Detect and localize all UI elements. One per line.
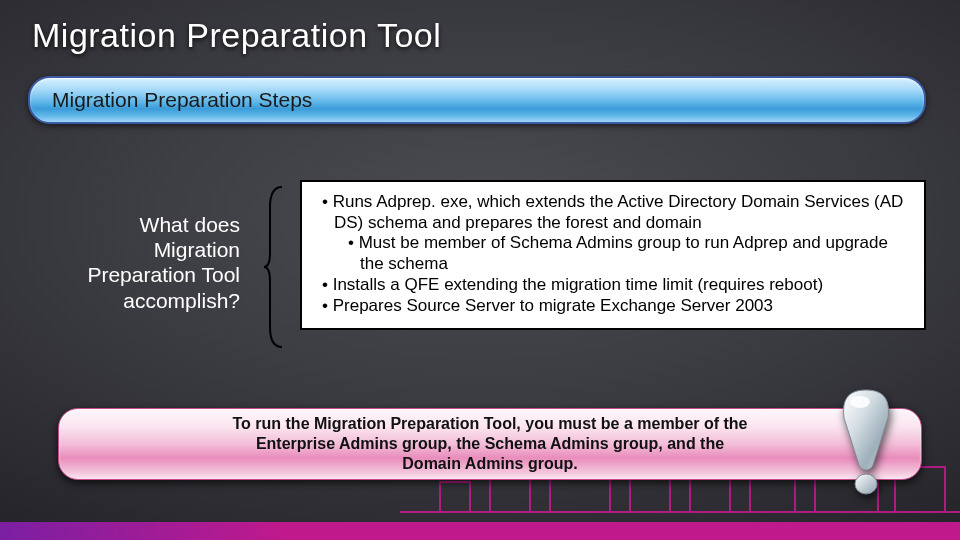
exclamation-icon xyxy=(832,388,900,496)
bottom-accent-bar xyxy=(0,522,960,540)
steps-banner: Migration Preparation Steps xyxy=(28,76,926,124)
steps-banner-text: Migration Preparation Steps xyxy=(52,88,312,112)
bullet-3: Prepares Source Server to migrate Exchan… xyxy=(316,296,910,317)
bullet-2: Installs a QFE extending the migration t… xyxy=(316,275,910,296)
bullet-1: Runs Adprep. exe, which extends the Acti… xyxy=(316,192,910,233)
svg-point-2 xyxy=(850,396,870,408)
svg-point-1 xyxy=(855,474,877,494)
note-text: To run the Migration Preparation Tool, y… xyxy=(230,414,750,474)
question-text: What does Migration Preparation Tool acc… xyxy=(60,212,240,313)
bullet-1a: Must be member of Schema Admins group to… xyxy=(316,233,910,274)
brace-icon xyxy=(262,183,286,351)
note-banner: To run the Migration Preparation Tool, y… xyxy=(58,408,922,480)
bullets-box: Runs Adprep. exe, which extends the Acti… xyxy=(300,180,926,330)
slide-title: Migration Preparation Tool xyxy=(32,16,441,55)
